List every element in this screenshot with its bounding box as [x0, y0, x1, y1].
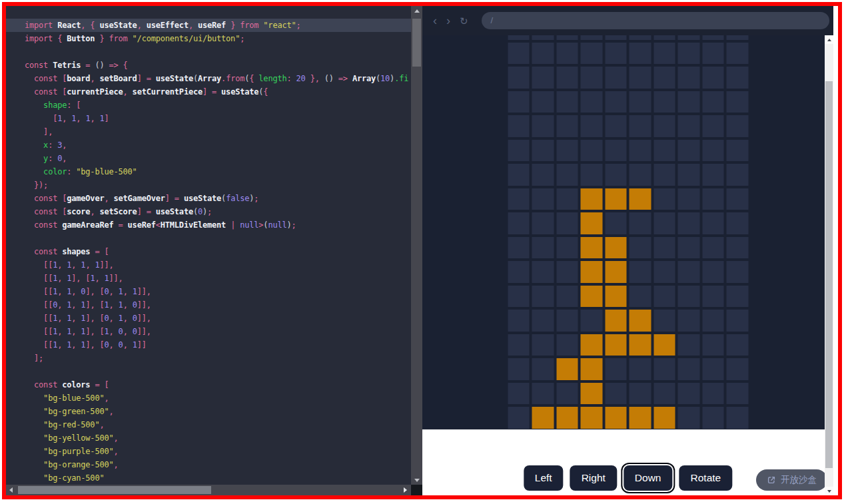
tetris-cell — [702, 140, 724, 162]
editor-hscroll-thumb[interactable] — [18, 486, 211, 494]
tetris-cell — [581, 43, 603, 65]
tetris-cell — [556, 334, 578, 356]
tetris-block — [581, 261, 603, 283]
editor-vertical-scrollbar[interactable] — [411, 6, 422, 485]
tetris-cell — [727, 115, 749, 137]
tetris-cell — [702, 286, 724, 308]
tetris-cell — [630, 164, 651, 186]
code-line: ]; — [6, 352, 411, 365]
tetris-cell — [727, 261, 749, 283]
right-button[interactable]: Right — [570, 465, 617, 491]
open-sandbox-label: 开放沙盒 — [781, 474, 817, 486]
tetris-cell — [678, 237, 700, 259]
tetris-cell — [630, 35, 651, 40]
code-line: "bg-green-500", — [6, 405, 411, 418]
tetris-cell — [702, 164, 724, 186]
tetris-cell — [702, 383, 724, 405]
back-icon[interactable]: ‹ — [433, 15, 437, 27]
tetris-cell — [702, 212, 724, 234]
scrollbar-corner — [411, 485, 422, 495]
forward-icon[interactable]: › — [446, 15, 450, 27]
code-line: [[1, 1, 1, 1]], — [6, 258, 411, 272]
reload-icon[interactable]: ↻ — [460, 16, 468, 26]
tetris-cell — [702, 237, 724, 259]
screenshot-frame: import React, { useState, useEffect, use… — [2, 2, 842, 499]
tetris-cell — [653, 188, 675, 210]
tetris-cell — [702, 115, 724, 137]
code-line: const [currentPiece, setCurrentPiece] = … — [6, 85, 411, 99]
tetris-cell — [556, 188, 578, 210]
tetris-cell — [653, 358, 675, 380]
scroll-right-arrow-icon[interactable] — [400, 485, 410, 495]
tetris-cell — [630, 358, 651, 380]
tetris-cell — [532, 35, 554, 40]
code-line — [6, 45, 411, 59]
code-line: "bg-yellow-500", — [6, 431, 411, 445]
tetris-cell — [727, 358, 749, 380]
tetris-cell — [508, 43, 530, 65]
tetris-cell — [653, 91, 675, 113]
tetris-cell — [508, 140, 530, 162]
code-line: import React, { useState, useEffect, use… — [6, 19, 411, 32]
tetris-cell — [727, 212, 749, 234]
scroll-up-arrow-icon[interactable] — [411, 6, 422, 15]
tetris-cell — [605, 164, 627, 186]
code-line: ], — [6, 125, 411, 138]
tetris-cell — [508, 407, 530, 429]
tetris-cell — [727, 67, 749, 89]
scroll-up-arrow-icon[interactable] — [825, 35, 833, 44]
open-sandbox-button[interactable]: 开放沙盒 — [756, 469, 827, 491]
scroll-down-arrow-icon[interactable] — [411, 475, 422, 485]
tetris-block — [581, 334, 603, 356]
tetris-cell — [727, 140, 749, 162]
tetris-block — [630, 310, 651, 332]
code-line: const gameAreaRef = useRef<HTMLDivElemen… — [6, 218, 411, 232]
tetris-cell — [532, 115, 554, 137]
tetris-cell — [532, 237, 554, 259]
code-editor-pane[interactable]: import React, { useState, useEffect, use… — [6, 6, 422, 495]
tetris-cell — [653, 212, 675, 234]
code-line: y: 0, — [6, 152, 411, 165]
url-input[interactable]: / — [482, 12, 829, 29]
tetris-cell — [508, 212, 530, 234]
preview-vscroll-thumb[interactable] — [825, 81, 833, 468]
scroll-left-arrow-icon[interactable] — [6, 485, 15, 495]
tetris-cell — [556, 35, 578, 40]
tetris-cell — [630, 286, 651, 308]
tetris-block — [605, 310, 627, 332]
tetris-cell — [727, 383, 749, 405]
code-line: [[1, 1, 0], [0, 1, 1]], — [6, 285, 411, 298]
editor-horizontal-scrollbar[interactable] — [6, 485, 411, 495]
tetris-cell — [508, 164, 530, 186]
tetris-block — [581, 237, 603, 259]
tetris-cell — [702, 188, 724, 210]
code-line: x: 3, — [6, 138, 411, 152]
tetris-cell — [605, 358, 627, 380]
code-content: import React, { useState, useEffect, use… — [6, 6, 411, 485]
left-button[interactable]: Left — [524, 465, 564, 491]
code-line: const colors = [ — [6, 378, 411, 391]
tetris-block — [556, 358, 578, 380]
tetris-cell — [630, 67, 651, 89]
tetris-block — [581, 407, 603, 429]
tetris-cell — [532, 310, 554, 332]
tetris-board-area — [422, 35, 833, 429]
tetris-cell — [508, 67, 530, 89]
tetris-cell — [508, 35, 530, 40]
tetris-cell — [532, 43, 554, 65]
code-line: "bg-purple-500", — [6, 445, 411, 458]
tetris-block — [605, 237, 627, 259]
preview-vertical-scrollbar[interactable] — [825, 35, 833, 495]
tetris-cell — [678, 140, 700, 162]
down-button[interactable]: Down — [624, 465, 673, 491]
tetris-cell — [727, 407, 749, 429]
rotate-button[interactable]: Rotate — [679, 465, 733, 491]
scroll-down-arrow-icon[interactable] — [825, 487, 833, 495]
tetris-cell — [581, 310, 603, 332]
editor-vscroll-thumb[interactable] — [412, 19, 421, 67]
tetris-cell — [653, 43, 675, 65]
tetris-cell — [508, 115, 530, 137]
tetris-cell — [630, 212, 651, 234]
tetris-cell — [653, 286, 675, 308]
code-line: shape: [ — [6, 99, 411, 112]
